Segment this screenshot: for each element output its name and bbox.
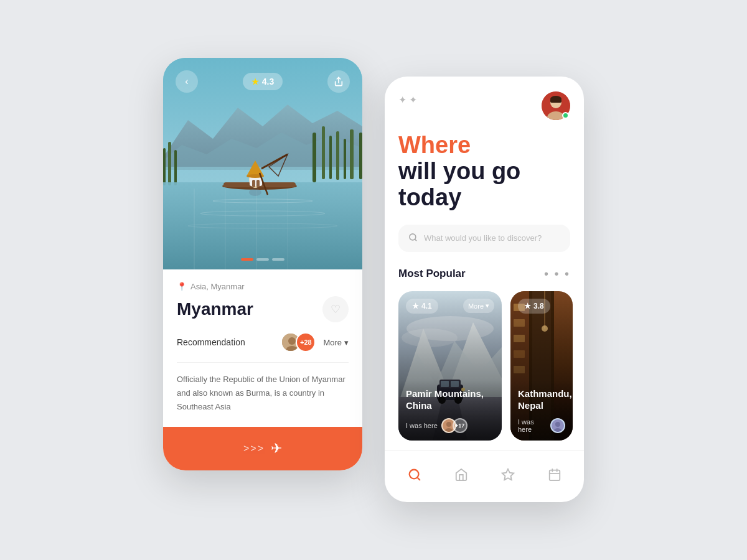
card-top-bar-1: ★ 4.1 More ▾ <box>406 299 494 314</box>
screens-container: ‹ ★ 4.3 <box>163 21 584 539</box>
svg-rect-9 <box>359 133 362 179</box>
online-indicator <box>562 112 569 119</box>
greeting-rest: will you gotoday <box>398 159 570 211</box>
svg-line-43 <box>415 239 416 241</box>
card-rating-1: ★ 4.1 <box>406 299 438 314</box>
card-bottom-1: Pamir Mountains, China I was here <box>398 380 502 441</box>
right-phone-content: ✦ ✦ <box>385 77 584 440</box>
svg-line-78 <box>417 477 420 480</box>
svg-rect-80 <box>549 470 560 480</box>
card-top-bar-2: ★ 3.8 <box>518 299 565 314</box>
search-placeholder-text: What would you like to discover? <box>424 233 542 243</box>
svg-rect-3 <box>312 133 316 182</box>
was-here-label-2: I was here <box>518 418 547 433</box>
svg-rect-13 <box>163 182 362 269</box>
svg-rect-12 <box>174 150 177 185</box>
svg-rect-11 <box>168 142 171 185</box>
book-arrows: >>> <box>243 443 265 454</box>
section-header: Most Popular • • • <box>398 267 570 281</box>
svg-rect-10 <box>163 148 166 185</box>
back-button[interactable]: ‹ <box>176 70 198 93</box>
left-phone: ‹ ★ 4.3 <box>163 58 362 470</box>
svg-rect-7 <box>344 139 346 179</box>
section-title: Most Popular <box>398 268 466 280</box>
card-more-btn-1[interactable]: More ▾ <box>463 299 494 313</box>
card-dest-name-2: Kathmandu, Nepal <box>518 388 565 412</box>
svg-point-60 <box>446 422 451 427</box>
star-icon: ★ <box>251 77 259 86</box>
was-here-count-1: +17 <box>453 418 467 433</box>
svg-point-32 <box>249 189 261 196</box>
recommendation-avatars: +28 <box>281 332 316 352</box>
pin-icon: 📍 <box>177 282 187 291</box>
more-button[interactable]: More ▾ <box>323 338 349 347</box>
title-row: Myanmar ♡ <box>177 296 349 322</box>
search-bar[interactable]: What would you like to discover? <box>398 225 570 252</box>
svg-rect-6 <box>336 131 339 180</box>
card-was-here-1: I was here +17 <box>406 418 494 433</box>
greeting-where: Where <box>398 133 570 159</box>
rating-value: 4.3 <box>262 77 274 86</box>
bottom-nav <box>385 450 584 502</box>
destination-card-1[interactable]: ★ 4.1 More ▾ Pamir Mountains, China I wa… <box>398 291 502 441</box>
card-dest-name-1: Pamir Mountains, China <box>406 388 494 412</box>
svg-rect-41 <box>550 99 561 103</box>
card-rating-value-2: 3.8 <box>533 302 544 310</box>
destination-title: Myanmar <box>177 299 253 319</box>
dot-3[interactable] <box>272 258 284 261</box>
nav-calendar[interactable] <box>542 462 567 487</box>
svg-rect-4 <box>322 126 325 179</box>
hero-nav: ‹ ★ 4.3 <box>163 70 362 93</box>
description-text: Officially the Republic of the Union of … <box>177 373 349 414</box>
greeting-section: Where will you gotoday <box>398 133 570 210</box>
share-button[interactable] <box>327 70 350 93</box>
card-bottom-2: Kathmandu, Nepal I was here <box>510 380 573 441</box>
svg-rect-25 <box>252 180 255 187</box>
right-phone: ✦ ✦ <box>385 77 584 502</box>
heart-button[interactable]: ♡ <box>322 296 349 322</box>
nav-search[interactable] <box>402 462 427 487</box>
svg-point-35 <box>288 337 296 345</box>
recommendation-label: Recommendation <box>177 337 245 347</box>
svg-point-42 <box>410 234 416 240</box>
nav-favorites[interactable] <box>496 462 520 487</box>
location-row: 📍 Asia, Myanmar <box>177 282 349 291</box>
rec-count: +28 <box>296 332 316 352</box>
recommendation-row: Recommendation +28 More <box>177 332 349 363</box>
card-star-icon-2: ★ <box>524 302 531 310</box>
hero-image: ‹ ★ 4.3 <box>163 58 362 269</box>
plane-icon: ✈ <box>271 441 282 457</box>
progress-dots <box>241 258 284 261</box>
book-button[interactable]: >>> ✈ <box>163 427 362 470</box>
svg-rect-8 <box>350 129 354 179</box>
svg-marker-79 <box>502 469 513 480</box>
svg-rect-5 <box>329 136 332 179</box>
was-here-label-1: I was here <box>406 422 438 429</box>
right-header: ✦ ✦ <box>398 91 570 120</box>
svg-point-75 <box>555 422 560 427</box>
rating-badge: ★ 4.3 <box>243 73 283 90</box>
card-star-icon-1: ★ <box>412 302 419 310</box>
search-icon <box>408 233 418 244</box>
was-here-avatar-2 <box>550 418 565 433</box>
cards-row: ★ 4.1 More ▾ Pamir Mountains, China I wa… <box>385 291 584 441</box>
nav-home[interactable] <box>449 462 474 487</box>
left-phone-content: 📍 Asia, Myanmar Myanmar ♡ Recommendation <box>163 269 362 426</box>
svg-rect-26 <box>256 180 260 187</box>
chevron-down-icon: ▾ <box>486 302 489 310</box>
avatar-container <box>542 91 570 120</box>
more-label: More <box>323 338 342 347</box>
dot-2[interactable] <box>256 258 269 261</box>
card-was-here-2: I was here <box>518 418 565 433</box>
dot-1[interactable] <box>241 258 253 261</box>
chevron-down-icon: ▾ <box>344 338 349 347</box>
location-text: Asia, Myanmar <box>190 282 245 291</box>
card-rating-value-1: 4.1 <box>421 302 432 310</box>
was-here-avatars-1: +17 <box>441 418 467 433</box>
menu-dots-icon[interactable]: ✦ ✦ <box>398 94 417 106</box>
was-here-avatars-2 <box>550 418 565 433</box>
destination-card-2[interactable]: ★ 3.8 Kathmandu, Nepal I was here <box>510 291 573 441</box>
section-more-button[interactable]: • • • <box>544 267 570 281</box>
card-rating-2: ★ 3.8 <box>518 299 550 314</box>
